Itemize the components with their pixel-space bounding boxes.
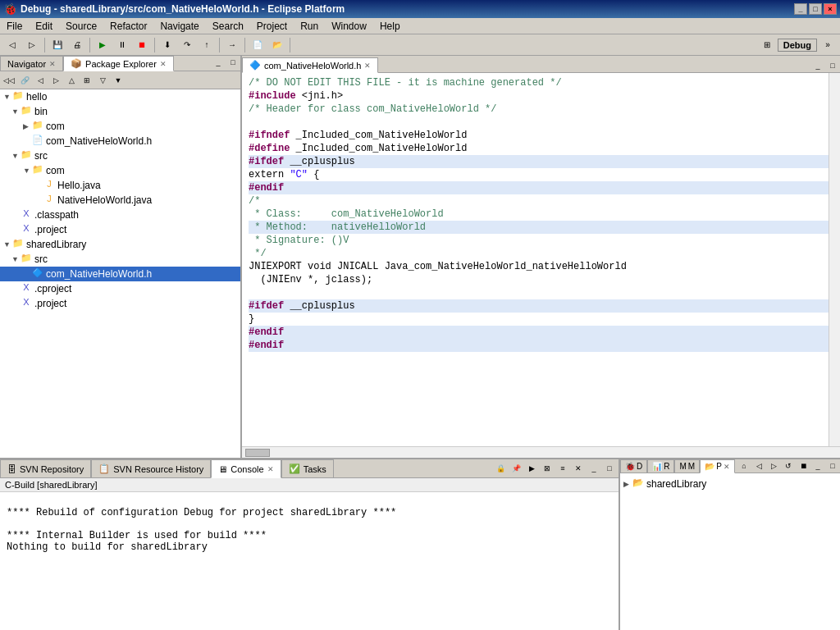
console-remove-icon[interactable]: ⊠ bbox=[540, 462, 555, 475]
debug-stop[interactable]: ⏹ bbox=[133, 37, 151, 53]
back-nav-icon[interactable]: ◁ bbox=[33, 74, 48, 87]
code-text-10: /* bbox=[249, 194, 260, 208]
tree-item-hello[interactable]: ▼ 📁 hello bbox=[0, 89, 240, 104]
debug-forward-icon[interactable]: ▷ bbox=[766, 459, 781, 472]
back-button[interactable]: ◁ bbox=[3, 37, 21, 53]
step-over[interactable]: ↷ bbox=[178, 37, 196, 53]
tree-item-src-shared[interactable]: ▼ 📁 src bbox=[0, 252, 240, 267]
menu-project[interactable]: Project bbox=[250, 18, 294, 34]
maximize-button[interactable]: □ bbox=[809, 3, 822, 15]
menu-navigate[interactable]: Navigate bbox=[153, 18, 205, 34]
arrow-native-java: ▶ bbox=[34, 196, 43, 204]
package-explorer-close-icon[interactable]: ✕ bbox=[160, 60, 167, 68]
step-return[interactable]: ↑ bbox=[198, 37, 216, 53]
step-into[interactable]: ⬇ bbox=[158, 37, 176, 53]
menu-help[interactable]: Help bbox=[373, 18, 407, 34]
menu-run[interactable]: Run bbox=[294, 18, 325, 34]
console-max-icon[interactable]: □ bbox=[602, 462, 617, 475]
debug-badge[interactable]: Debug bbox=[778, 39, 817, 52]
filter-icon[interactable]: ▽ bbox=[95, 74, 110, 87]
layout-icon[interactable]: ⊞ bbox=[80, 74, 94, 87]
menu-icon[interactable]: ▼ bbox=[111, 74, 126, 87]
tree-item-com-native-bin[interactable]: ▶ 📄 com_NativeHeloWorld.h bbox=[0, 134, 240, 148]
tab-com-native-h[interactable]: 🔷 com_NativeHeloWorld.h ✕ bbox=[242, 57, 378, 73]
collapse-all-icon[interactable]: ◁◁ bbox=[2, 74, 16, 87]
menu-source[interactable]: Source bbox=[59, 18, 103, 34]
debug-home-icon[interactable]: ⌂ bbox=[737, 459, 751, 472]
debug-refresh-icon[interactable]: ↺ bbox=[781, 459, 796, 472]
debug-tab-m[interactable]: M M bbox=[674, 459, 700, 472]
minimize-button[interactable]: _ bbox=[794, 3, 807, 15]
debug-close-icon[interactable]: ✕ bbox=[724, 463, 730, 471]
folder-icon-com-src: 📁 bbox=[31, 164, 44, 177]
debug-back-icon[interactable]: ◁ bbox=[751, 459, 766, 472]
tree-item-src[interactable]: ▼ 📁 src bbox=[0, 148, 240, 163]
save-button[interactable]: 💾 bbox=[48, 37, 66, 53]
up-nav-icon[interactable]: △ bbox=[64, 74, 79, 87]
tree-item-classpath[interactable]: ▶ X .classpath bbox=[0, 208, 240, 222]
debug-stop2-icon[interactable]: ⏹ bbox=[796, 459, 810, 472]
console-min-icon[interactable]: _ bbox=[587, 462, 601, 475]
close-button[interactable]: × bbox=[824, 3, 837, 15]
editor-panel-maximize[interactable]: □ bbox=[825, 59, 840, 72]
editor-tab-close-icon[interactable]: ✕ bbox=[364, 62, 371, 70]
chevron-right-icon[interactable]: » bbox=[819, 37, 837, 53]
menu-window[interactable]: Window bbox=[325, 18, 373, 34]
debug-tree-sharedlibrary[interactable]: ▶ 📂 sharedLibrary bbox=[623, 477, 837, 491]
debug-tab-d[interactable]: 🐞 D bbox=[620, 459, 647, 472]
debug-max-icon[interactable]: □ bbox=[825, 459, 840, 472]
console-select-icon[interactable]: ≡ bbox=[555, 462, 570, 475]
code-line-1: /* DO NOT EDIT THIS FILE - it is machine… bbox=[249, 76, 833, 89]
console-close-icon[interactable]: ✕ bbox=[267, 465, 274, 473]
tab-console[interactable]: 🖥 Console ✕ bbox=[211, 459, 281, 478]
tab-svn-history[interactable]: 📋 SVN Resource History bbox=[91, 459, 211, 477]
link-editor-icon[interactable]: 🔗 bbox=[17, 74, 32, 87]
tree-item-sharedlibrary[interactable]: ▼ 📁 sharedLibrary bbox=[0, 237, 240, 252]
console-pin-icon[interactable]: 📌 bbox=[509, 462, 523, 475]
tree-item-project-hello[interactable]: ▶ X .project bbox=[0, 222, 240, 237]
panel-minimize-icon[interactable]: _ bbox=[211, 56, 226, 69]
editor-panel-minimize[interactable]: _ bbox=[810, 59, 825, 72]
menu-edit[interactable]: Edit bbox=[29, 18, 59, 34]
console-new-icon[interactable]: ▶ bbox=[524, 462, 539, 475]
tree-item-project-shared[interactable]: ▶ X .project bbox=[0, 296, 240, 311]
tree-item-com-native-h[interactable]: ▶ 🔷 com_NativeHeloWorld.h bbox=[0, 267, 240, 281]
console-close2-icon[interactable]: ✕ bbox=[571, 462, 586, 475]
debug-tab-p[interactable]: 📂 P ✕ bbox=[700, 459, 735, 473]
print-button[interactable]: 🖨 bbox=[68, 37, 86, 53]
tree-item-com-bin[interactable]: ▶ 📁 com bbox=[0, 119, 240, 134]
panel-maximize-icon[interactable]: □ bbox=[226, 56, 240, 69]
code-text-4 bbox=[249, 116, 254, 129]
editor-hscrollbar[interactable] bbox=[242, 446, 840, 458]
run-to-line[interactable]: → bbox=[223, 37, 241, 53]
debug-tab-r[interactable]: 📊 R bbox=[647, 459, 674, 472]
hscrollbar-thumb[interactable] bbox=[245, 449, 270, 457]
perspective-button[interactable]: ⊞ bbox=[758, 37, 776, 53]
debug-resume[interactable]: ▶ bbox=[94, 37, 112, 53]
menu-file[interactable]: File bbox=[0, 18, 29, 34]
tree-item-native-java[interactable]: ▶ J NativeHeloWorld.java bbox=[0, 193, 240, 208]
console-lock-icon[interactable]: 🔒 bbox=[493, 462, 508, 475]
debug-suspend[interactable]: ⏸ bbox=[113, 37, 131, 53]
tab-tasks[interactable]: ✅ Tasks bbox=[281, 459, 334, 477]
editor-scrollbar[interactable] bbox=[829, 73, 840, 446]
code-line-5: #ifndef _Included_com_NativeHeloWorld bbox=[249, 129, 833, 142]
title-bar: 🐞 Debug - sharedLibrary/src/com_NativeHe… bbox=[0, 0, 840, 18]
forward-button[interactable]: ▷ bbox=[23, 37, 41, 53]
new-button[interactable]: 📄 bbox=[249, 37, 267, 53]
tab-package-explorer[interactable]: 📦 Package Explorer ✕ bbox=[63, 56, 174, 71]
forward-nav-icon[interactable]: ▷ bbox=[48, 74, 63, 87]
tree-item-bin[interactable]: ▼ 📁 bin bbox=[0, 104, 240, 119]
tree-item-hello-java[interactable]: ▶ J Hello.java bbox=[0, 178, 240, 193]
navigator-close-icon[interactable]: ✕ bbox=[49, 60, 56, 68]
code-text-19: } bbox=[249, 313, 254, 326]
open-button[interactable]: 📂 bbox=[268, 37, 286, 53]
tab-navigator[interactable]: Navigator ✕ bbox=[0, 56, 63, 71]
tab-svn-repo[interactable]: 🗄 SVN Repository bbox=[0, 459, 91, 477]
debug-min-icon[interactable]: _ bbox=[810, 459, 825, 472]
tree-item-cproject[interactable]: ▶ X .cproject bbox=[0, 281, 240, 296]
tree-item-com-src[interactable]: ▼ 📁 com bbox=[0, 163, 240, 178]
menu-refactor[interactable]: Refactor bbox=[103, 18, 153, 34]
menu-search[interactable]: Search bbox=[206, 18, 250, 34]
code-area[interactable]: /* DO NOT EDIT THIS FILE - it is machine… bbox=[242, 73, 840, 446]
